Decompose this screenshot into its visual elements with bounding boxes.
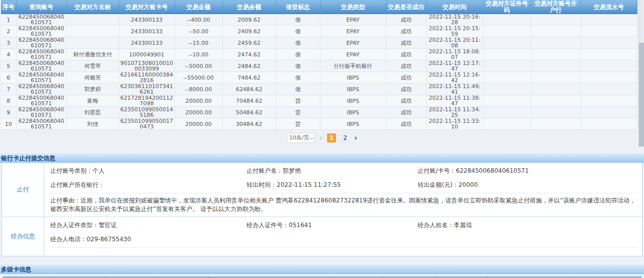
transactions-table-wrap: 序号查询账号交易对方名称交易对方账卡号交易金额交易余额借贷标志交易类型交易是否成… [0,0,644,130]
table-cell: 6230361101073416261 [119,84,175,95]
column-header: 交易余额 [222,1,276,14]
table-cell: 50484.62 [222,107,276,118]
table-cell [483,72,531,84]
table-cell: 刘星臣 [66,107,119,118]
table-cell: 6235010990500170473 [119,118,175,130]
field-account-name: 止付账户名：郭梦艳 [247,167,418,175]
table-cell: 成功 [386,95,426,107]
column-header: 交易金额 [175,1,222,14]
divider [50,247,636,248]
table-cell [483,107,531,118]
table-cell: 2022-11-15 20:16:28 [426,14,483,26]
column-header: 序号 [1,1,16,14]
transactions-table: 序号查询账号交易对方名称交易对方账卡号交易金额交易余额借贷标志交易类型交易是否成… [1,0,637,130]
table-cell [66,14,119,26]
stop-payment-reason: 止付事由：近期，我单位在接报刘妮被骗警情中，发现涉案人员利用贵单位相关账户 曹鸿… [50,196,636,214]
table-cell: 2009.62 [222,14,276,26]
table-cell: 243300133 [119,37,175,49]
column-header: 交易对方证件号码 [483,1,531,14]
table-cell: 6228450068040610571 [16,107,66,118]
table-cell [581,14,637,26]
table-cell [581,60,637,72]
table-cell: 借 [276,72,320,84]
divider [50,193,636,193]
table-cell: 郭梦婷 [66,84,119,95]
table-row: 46228450068040610571财付通微信支付1000049901--1… [1,49,637,60]
table-cell: 2022-11-15 11:49:41 [426,84,483,95]
scrollbar-thumb[interactable] [639,43,644,147]
table-cell: 贷 [276,118,320,130]
table-row: 56228450068040610571何雪琴90107130801001000… [1,60,637,72]
table-cell [581,49,637,60]
table-cell: IBPS [320,72,386,84]
table-cell [581,107,637,118]
table-cell [581,95,637,107]
table-cell: 借 [276,26,320,37]
table-row: 106228450068040610571刘佳62350109905001704… [1,118,637,130]
page-button-2[interactable]: 2 [341,133,350,143]
table-cell: 2022-11-15 12:17:47 [426,60,483,72]
stop-payment-panel: 止付 止付账号类别：个人 止付账户名：郭梦艳 止付账/卡号：6228450068… [2,163,642,256]
table-cell [483,37,531,49]
table-cell: 借 [276,60,320,72]
table-cell [581,118,637,130]
table-cell: 2459.62 [222,37,276,49]
table-cell: 6228450068040610571 [16,84,66,95]
field-handler-id-type: 经办人证件类型：警官证 [50,221,247,230]
table-cell: 成功 [386,26,426,37]
table-cell: 2022-11-15 20:15:59 [426,26,483,37]
table-cell [483,84,531,95]
field-bank: 止付账户所在银行： [50,181,247,189]
table-cell: 成功 [386,49,426,60]
chevron-down-icon [309,135,314,140]
field-transfer-amount: 转出金额(元)：20000 [418,181,636,189]
table-cell: EPAY [320,26,386,37]
table-cell [581,37,637,49]
table-cell: 2 [1,26,16,37]
table-cell: 成功 [386,107,426,118]
table-cell: 6228450068040610571 [16,118,66,130]
vertical-scrollbar[interactable] [638,0,643,147]
table-cell: 2022-11-15 18:08:07 [426,49,483,60]
column-header: 交易是否成功 [386,1,426,14]
table-cell [581,84,637,95]
pagination: 10条/页 ‹ 1 2 › [0,131,644,145]
table-cell: 借 [276,84,320,95]
table-cell: 成功 [386,72,426,84]
table-cell: 借 [276,14,320,26]
table-cell: 30484.62 [222,118,276,130]
table-cell: EPAY [320,14,386,26]
column-header: 交易对方名称 [66,1,119,14]
table-cell: 6228450068040610571 [16,60,66,72]
table-cell: 何晓芳 [66,72,119,84]
table-cell: 财付通微信支付 [66,49,119,60]
column-header: 查询账号 [16,1,66,14]
table-cell: 70484.62 [222,95,276,107]
next-page-button[interactable]: › [354,133,357,143]
table-cell: 成功 [386,118,426,130]
page-size-label: 10条/页 [289,134,309,141]
table-cell: 6228450068040610571 [16,95,66,107]
stop-payment-group-label: 止付 [2,163,44,217]
column-header: 交易对方账卡号 [119,1,175,14]
prev-page-button[interactable]: ‹ [319,133,323,143]
page-button-1[interactable]: 1 [327,133,336,143]
table-cell: 20000.00 [175,95,222,107]
table-cell [581,26,637,37]
transactions-header-row: 序号查询账号交易对方名称交易对方账卡号交易金额交易余额借贷标志交易类型交易是否成… [1,1,637,14]
table-cell: 6228450068040610571 [16,72,66,84]
column-header: 借贷标志 [276,1,320,14]
table-cell: --5000.00 [175,60,222,72]
table-cell: 刘佳 [66,118,119,130]
table-cell [531,60,581,72]
stop-payment-section-title: 银行卡止付提交信息 [0,153,644,163]
table-cell: 1000049901 [119,49,175,60]
table-cell [483,118,531,130]
handler-info-group: 经办信息 经办人证件类型：警官证 经办人证件号：051641 经办人姓名：李晨琨… [2,217,642,256]
table-cell [483,26,531,37]
table-cell: 6217281942001127098 [119,95,175,107]
page-size-select[interactable]: 10条/页 [287,133,315,143]
table-cell: 2022-11-15 12:16:42 [426,72,483,84]
table-cell: 6228450068040610571 [16,37,66,49]
handler-info-group-label: 经办信息 [2,217,44,256]
